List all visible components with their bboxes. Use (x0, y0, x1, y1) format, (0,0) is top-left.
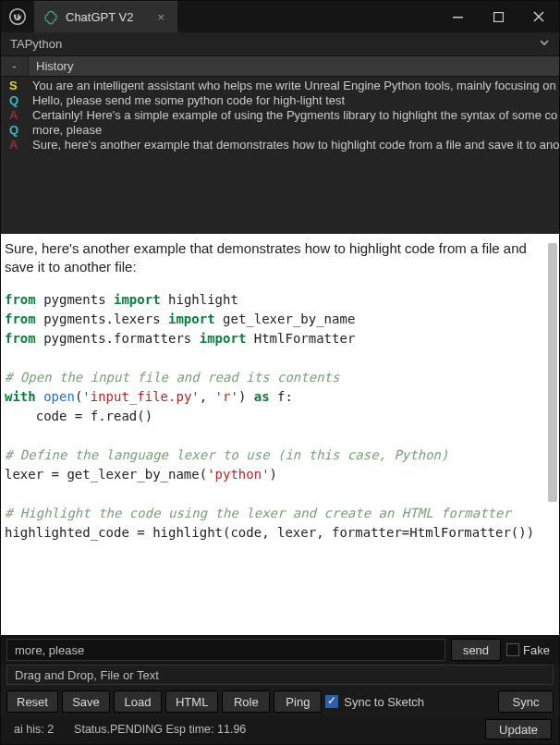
response-intro-text: Sure, here's another example that demons… (5, 239, 541, 277)
history-role: Q (1, 123, 29, 138)
history-role: A (1, 108, 29, 123)
window-tab[interactable]: ChatGPT V2 × (34, 1, 177, 32)
code-block: from pygments import highlight from pygm… (5, 290, 541, 543)
input-row: send Fake (1, 635, 559, 665)
response-panel: Sure, here's another example that demons… (1, 234, 559, 635)
save-button[interactable]: Save (62, 690, 110, 713)
tab-close-icon[interactable]: × (157, 11, 164, 23)
history-text: more, please (29, 123, 559, 138)
history-text: Certainly! Here's a simple example of us… (29, 108, 559, 123)
status-ai-his: ai his: 2 (14, 723, 54, 736)
history-item[interactable]: Q Hello, please send me some python code… (1, 93, 559, 108)
history-collapse-toggle[interactable]: - (1, 56, 29, 76)
history-label: History (29, 56, 559, 76)
subheader-bar[interactable]: TAPython (1, 32, 559, 56)
role-button[interactable]: Role (222, 690, 270, 713)
scrollbar-thumb[interactable] (548, 243, 557, 502)
window-root: ChatGPT V2 × TAPython - History S (0, 0, 560, 745)
ping-button[interactable]: Ping (274, 690, 322, 713)
sync-sketch-group[interactable]: Sync to Sketch (325, 695, 424, 709)
history-item[interactable]: Q more, please (1, 123, 559, 138)
response-content[interactable]: Sure, here's another example that demons… (1, 234, 546, 635)
history-text: You are an intelligent assistant who hel… (29, 79, 559, 93)
history-item[interactable]: S You are an intelligent assistant who h… (1, 79, 559, 93)
button-strip: Reset Save Load HTML Role Ping Sync to S… (1, 689, 559, 716)
svg-rect-1 (453, 17, 463, 18)
send-button[interactable]: send (451, 639, 501, 661)
fake-label: Fake (523, 643, 550, 657)
history-item[interactable]: A Certainly! Here's a simple example of … (1, 108, 559, 123)
status-bar: ai his: 2 Status.PENDING Esp time: 11.96… (1, 716, 559, 744)
window-close-button[interactable] (518, 1, 559, 32)
history-list[interactable]: S You are an intelligent assistant who h… (1, 77, 559, 234)
fake-checkbox[interactable] (506, 643, 519, 656)
window-minimize-button[interactable] (437, 1, 478, 32)
chevron-down-icon (539, 37, 550, 51)
app-logo (1, 1, 34, 32)
html-button[interactable]: HTML (165, 690, 218, 713)
update-button[interactable]: Update (485, 719, 552, 739)
history-role: S (1, 79, 29, 93)
history-role: A (1, 138, 29, 153)
svg-rect-2 (493, 12, 503, 21)
response-scrollbar[interactable] (546, 234, 559, 635)
history-text: Hello, please send me some python code f… (29, 93, 559, 108)
subheader-label: TAPython (10, 37, 62, 51)
sync-sketch-label: Sync to Sketch (344, 695, 424, 709)
reset-button[interactable]: Reset (6, 690, 58, 713)
titlebar: ChatGPT V2 × (1, 1, 559, 32)
dragdrop-label: Drag and Drop, File or Text (15, 668, 159, 682)
fake-checkbox-group[interactable]: Fake (506, 639, 554, 661)
history-header: - History (1, 56, 559, 77)
chatgpt-icon (43, 10, 58, 25)
history-role: Q (1, 93, 29, 108)
unreal-logo-icon (8, 7, 27, 26)
history-text: Sure, here's another example that demons… (29, 138, 559, 153)
chat-input[interactable] (6, 639, 445, 661)
load-button[interactable]: Load (114, 690, 162, 713)
status-pending: Status.PENDING Esp time: 11.96 (74, 723, 246, 736)
sync-button[interactable]: Sync (498, 690, 554, 713)
sync-sketch-checkbox[interactable] (325, 695, 338, 708)
history-item[interactable]: A Sure, here's another example that demo… (1, 138, 559, 153)
dragdrop-area[interactable]: Drag and Drop, File or Text (6, 665, 554, 685)
tab-title: ChatGPT V2 (66, 10, 133, 24)
window-maximize-button[interactable] (478, 1, 518, 32)
